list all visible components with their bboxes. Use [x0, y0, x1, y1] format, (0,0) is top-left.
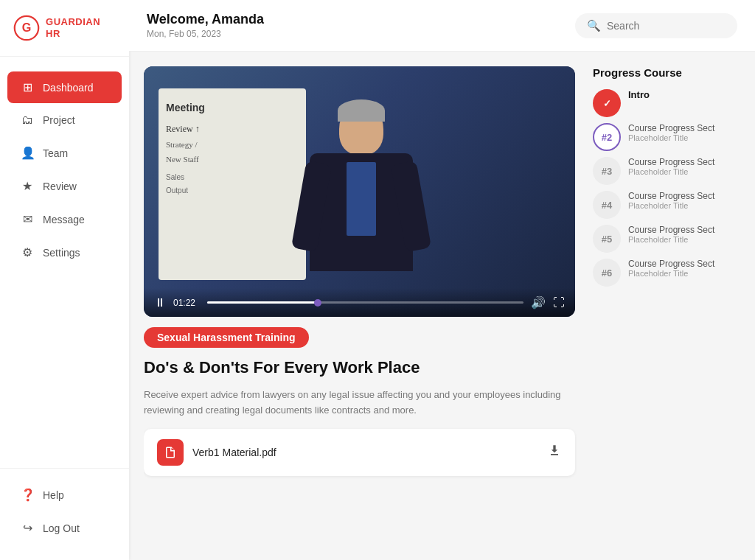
- progress-sublabel-3: Placeholder Title: [628, 167, 714, 176]
- sidebar-item-message[interactable]: ✉ Message: [7, 203, 122, 235]
- sidebar-label-dashboard: Dashboard: [43, 82, 94, 94]
- progress-info-5: Course Progress Sect Placeholder Title: [628, 225, 714, 244]
- message-icon: ✉: [21, 212, 34, 226]
- progress-info-2: Course Progress Sect Placeholder Title: [628, 123, 714, 142]
- progress-title: Progress Course: [593, 66, 740, 79]
- logo-area: G GUARDIAN HR: [0, 0, 129, 57]
- progress-item-3[interactable]: #3 Course Progress Sect Placeholder Titl…: [593, 157, 740, 185]
- progress-label-1: Intro: [628, 89, 650, 100]
- welcome-heading: Welcome, Amanda: [147, 12, 264, 27]
- sidebar-label-review: Review: [43, 181, 77, 192]
- settings-icon: ⚙: [21, 245, 34, 259]
- sidebar-item-project[interactable]: 🗂 Project: [7, 105, 122, 136]
- progress-badge-1: ✓: [593, 89, 621, 117]
- video-player: Meeting Review ↑ Strategy / New Staff Sa…: [144, 66, 575, 317]
- review-icon: ★: [21, 179, 34, 193]
- main-wrapper: Welcome, Amanda Mon, Feb 05, 2023 🔍 Meet…: [129, 0, 755, 560]
- topbar: Welcome, Amanda Mon, Feb 05, 2023 🔍: [129, 0, 755, 52]
- progress-label-3: Course Progress Sect: [628, 157, 714, 167]
- progress-item-5[interactable]: #5 Course Progress Sect Placeholder Titl…: [593, 225, 740, 253]
- search-input[interactable]: [607, 20, 725, 32]
- time-display: 01:22: [173, 298, 200, 308]
- date-label: Mon, Feb 05, 2023: [147, 29, 264, 39]
- progress-badge-3: #3: [593, 157, 621, 185]
- course-title: Do's & Don'ts For Every Work Place: [144, 358, 575, 377]
- search-icon: 🔍: [587, 19, 601, 32]
- presenter-figure: [295, 96, 428, 317]
- sidebar-label-settings: Settings: [43, 247, 80, 259]
- guardian-hr-logo: G: [13, 15, 40, 41]
- search-bar[interactable]: 🔍: [575, 13, 737, 38]
- right-panel: Progress Course ✓ Intro #2 Course Progre…: [593, 66, 740, 553]
- pause-button[interactable]: ⏸: [154, 296, 166, 309]
- progress-sublabel-2: Placeholder Title: [628, 133, 714, 142]
- sidebar-item-logout[interactable]: ↪ Log Out: [7, 512, 122, 544]
- progress-label-6: Course Progress Sect: [628, 259, 714, 269]
- sidebar-label-help: Help: [43, 489, 64, 501]
- progress-label-4: Course Progress Sect: [628, 191, 714, 201]
- progress-label-5: Course Progress Sect: [628, 225, 714, 235]
- fullscreen-button[interactable]: ⛶: [553, 295, 565, 309]
- progress-info-3: Course Progress Sect Placeholder Title: [628, 157, 714, 176]
- file-name: Verb1 Material.pdf: [192, 447, 276, 458]
- progress-fill: [207, 301, 318, 304]
- topbar-title: Welcome, Amanda Mon, Feb 05, 2023: [147, 12, 264, 39]
- sidebar: G GUARDIAN HR ⊞ Dashboard 🗂 Project 👤 Te…: [0, 0, 129, 560]
- nav-menu: ⊞ Dashboard 🗂 Project 👤 Team ★ Review ✉ …: [0, 57, 129, 468]
- course-description: Receive expert advice from lawyers on an…: [144, 388, 571, 419]
- progress-track[interactable]: [207, 301, 523, 304]
- logo-text: GUARDIAN HR: [46, 16, 116, 39]
- sidebar-label-message: Message: [43, 214, 85, 225]
- sidebar-label-team: Team: [43, 147, 68, 159]
- progress-sublabel-4: Placeholder Title: [628, 201, 714, 210]
- video-background: Meeting Review ↑ Strategy / New Staff Sa…: [144, 66, 575, 317]
- project-icon: 🗂: [21, 113, 34, 127]
- sidebar-label-project: Project: [43, 114, 75, 126]
- progress-badge-5: #5: [593, 225, 621, 253]
- sidebar-item-team[interactable]: 👤 Team: [7, 137, 122, 169]
- progress-dot: [314, 299, 321, 307]
- progress-item-1[interactable]: ✓ Intro: [593, 89, 740, 117]
- content-area: Meeting Review ↑ Strategy / New Staff Sa…: [129, 52, 755, 560]
- progress-info-1: Intro: [628, 89, 650, 100]
- progress-sublabel-6: Placeholder Title: [628, 269, 714, 278]
- progress-info-6: Course Progress Sect Placeholder Title: [628, 259, 714, 278]
- course-badge: Sexual Harassment Training: [144, 327, 309, 348]
- progress-list: ✓ Intro #2 Course Progress Sect Placehol…: [593, 89, 740, 287]
- progress-sublabel-5: Placeholder Title: [628, 235, 714, 244]
- volume-button[interactable]: 🔊: [531, 295, 546, 309]
- progress-item-4[interactable]: #4 Course Progress Sect Placeholder Titl…: [593, 191, 740, 219]
- video-whiteboard: Meeting Review ↑ Strategy / New Staff Sa…: [159, 88, 306, 280]
- progress-item-2[interactable]: #2 Course Progress Sect Placeholder Titl…: [593, 123, 740, 151]
- file-attachment-card: Verb1 Material.pdf: [144, 429, 575, 476]
- sidebar-item-review[interactable]: ★ Review: [7, 170, 122, 202]
- course-badge-container: Sexual Harassment Training: [144, 327, 575, 348]
- file-icon: [157, 439, 184, 466]
- progress-item-6[interactable]: #6 Course Progress Sect Placeholder Titl…: [593, 259, 740, 287]
- file-info: Verb1 Material.pdf: [157, 439, 276, 466]
- sidebar-item-settings[interactable]: ⚙ Settings: [7, 237, 122, 268]
- download-button[interactable]: [547, 443, 562, 461]
- progress-info-4: Course Progress Sect Placeholder Title: [628, 191, 714, 210]
- sidebar-item-dashboard[interactable]: ⊞ Dashboard: [7, 71, 122, 103]
- video-controls: ⏸ 01:22 🔊 ⛶: [144, 288, 575, 317]
- progress-badge-6: #6: [593, 259, 621, 287]
- svg-text:G: G: [22, 21, 32, 34]
- help-icon: ❓: [21, 488, 34, 502]
- logout-icon: ↪: [21, 521, 34, 535]
- progress-badge-2: #2: [593, 123, 621, 151]
- team-icon: 👤: [21, 146, 34, 160]
- progress-badge-4: #4: [593, 191, 621, 219]
- sidebar-bottom: ❓ Help ↪ Log Out: [0, 468, 129, 560]
- sidebar-item-help[interactable]: ❓ Help: [7, 479, 122, 511]
- dashboard-icon: ⊞: [21, 80, 34, 94]
- sidebar-label-logout: Log Out: [43, 522, 80, 534]
- progress-label-2: Course Progress Sect: [628, 123, 714, 133]
- main-panel: Meeting Review ↑ Strategy / New Staff Sa…: [144, 66, 578, 553]
- video-right-controls: 🔊 ⛶: [531, 295, 565, 309]
